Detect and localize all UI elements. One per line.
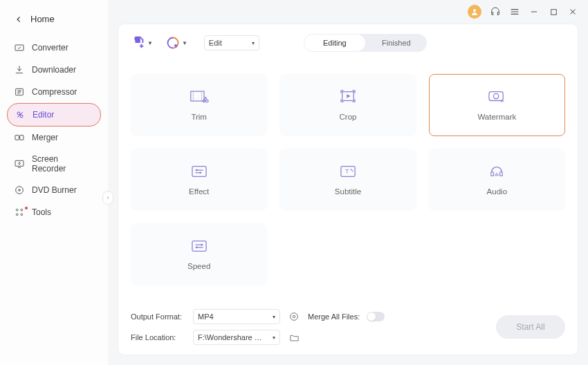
sidebar-item-label: Compressor	[32, 87, 77, 97]
svg-point-34	[291, 313, 298, 321]
start-all-label: Start All	[516, 322, 544, 332]
svg-rect-16	[135, 37, 140, 43]
sidebar-item-label: Editor	[33, 110, 54, 120]
output-settings-icon[interactable]	[287, 310, 301, 324]
chevron-down-icon: ▼	[182, 40, 187, 46]
tile-label: Trim	[191, 113, 207, 121]
svg-rect-6	[15, 160, 24, 166]
sidebar-item-compressor[interactable]: Compressor	[7, 81, 101, 103]
sidebar-item-converter[interactable]: Converter	[7, 37, 101, 59]
edit-mode-select[interactable]: Edit ▾	[204, 35, 259, 50]
tile-label: Crop	[340, 113, 357, 121]
output-format-select[interactable]: MP4 ▾	[193, 309, 280, 324]
sidebar-item-tools[interactable]: Tools	[7, 201, 101, 223]
file-location-row: File Location: F:\Wondershare UniConvert…	[131, 330, 485, 345]
svg-point-33	[196, 246, 198, 248]
output-format-row: Output Format: MP4 ▾ Merge All Files:	[131, 309, 485, 324]
crop-icon	[338, 89, 358, 104]
file-location-select[interactable]: F:\Wondershare UniConverter 1 ▾	[193, 330, 280, 345]
footer: Output Format: MP4 ▾ Merge All Files: St…	[118, 302, 578, 355]
trim-icon	[190, 89, 209, 104]
edit-mode-value: Edit	[209, 39, 222, 47]
add-url-button[interactable]: ▼	[165, 35, 187, 50]
chevron-down-icon: ▾	[273, 314, 275, 320]
hamburger-menu-icon[interactable]	[509, 6, 520, 17]
chevron-down-icon: ▼	[147, 40, 153, 46]
svg-text:T: T	[345, 169, 349, 175]
svg-point-12	[16, 214, 18, 216]
content-card: ▼ ▼ Edit ▾ Editing Finished	[118, 24, 578, 355]
sidebar-item-downloader[interactable]: Downloader	[7, 59, 101, 81]
window-close-icon[interactable]	[567, 6, 578, 17]
merge-files-row: Merge All Files:	[308, 312, 385, 321]
toolbar: ▼ ▼ Edit ▾ Editing Finished	[118, 24, 578, 59]
sidebar-title: Home	[30, 14, 55, 24]
watermark-icon	[487, 89, 506, 104]
tile-effect[interactable]: Effect	[131, 149, 267, 211]
svg-rect-22	[489, 92, 503, 101]
svg-point-14	[473, 9, 476, 12]
svg-point-7	[19, 162, 21, 165]
sidebar: Home Converter Downloader Compressor Edi…	[0, 0, 108, 365]
tile-watermark[interactable]: Watermark	[429, 74, 565, 136]
seg-finished[interactable]: Finished	[366, 34, 427, 52]
svg-point-13	[21, 214, 23, 216]
merger-icon	[14, 132, 25, 143]
svg-point-23	[494, 93, 499, 98]
start-all-button[interactable]: Start All	[496, 315, 565, 339]
svg-rect-29	[491, 172, 494, 176]
tile-crop[interactable]: Crop	[279, 74, 416, 136]
output-format-value: MP4	[198, 312, 214, 321]
sidebar-item-label: Merger	[32, 133, 58, 142]
svg-rect-24	[192, 167, 206, 177]
sidebar-item-label: Converter	[32, 43, 68, 53]
sidebar-item-merger[interactable]: Merger	[7, 127, 101, 149]
converter-icon	[14, 42, 25, 53]
tile-label: Effect	[189, 187, 209, 196]
window-minimize-icon[interactable]	[529, 6, 540, 17]
merge-files-toggle[interactable]	[367, 312, 385, 321]
svg-rect-15	[551, 9, 556, 15]
tile-subtitle[interactable]: T Subtitle	[279, 149, 416, 211]
subtitle-icon: T	[338, 164, 358, 179]
sidebar-item-editor[interactable]: Editor	[7, 103, 101, 127]
sidebar-header: Home	[0, 7, 108, 37]
svg-point-26	[199, 171, 201, 174]
screen-recorder-icon	[14, 158, 25, 169]
chevron-down-icon: ▾	[273, 335, 275, 341]
sidebar-list: Converter Downloader Compressor Editor M…	[0, 37, 108, 223]
add-file-button[interactable]: ▼	[131, 35, 153, 50]
user-avatar-icon[interactable]	[468, 5, 481, 19]
tile-audio[interactable]: Audio	[429, 149, 565, 211]
file-plus-icon	[131, 35, 146, 50]
titlebar	[108, 0, 588, 24]
speed-icon	[190, 238, 209, 254]
open-folder-icon[interactable]	[287, 330, 301, 344]
sidebar-item-label: DVD Burner	[32, 185, 77, 195]
sidebar-item-screen-recorder[interactable]: Screen Recorder	[7, 149, 101, 179]
svg-point-35	[293, 315, 295, 317]
tile-trim[interactable]: Trim	[131, 74, 267, 136]
audio-icon	[487, 164, 506, 179]
merge-files-label: Merge All Files:	[308, 312, 360, 321]
svg-rect-31	[192, 241, 206, 252]
notification-dot-icon	[25, 207, 28, 209]
tile-label: Subtitle	[335, 187, 361, 196]
editor-icon	[15, 109, 26, 120]
main-area: ▼ ▼ Edit ▾ Editing Finished	[108, 0, 588, 365]
back-icon[interactable]	[14, 15, 24, 24]
chevron-down-icon: ▾	[252, 40, 255, 46]
svg-rect-30	[500, 172, 503, 176]
file-location-label: File Location:	[131, 333, 186, 341]
window-maximize-icon[interactable]	[548, 6, 559, 17]
collapse-sidebar-handle[interactable]	[102, 191, 113, 205]
tile-label: Audio	[487, 187, 507, 196]
svg-point-8	[16, 187, 24, 194]
tile-speed[interactable]: Speed	[131, 223, 267, 286]
svg-point-25	[196, 169, 198, 171]
status-segmented-control: Editing Finished	[304, 34, 427, 52]
sidebar-item-dvd-burner[interactable]: DVD Burner	[7, 179, 101, 201]
svg-point-3	[20, 115, 23, 118]
seg-editing[interactable]: Editing	[304, 35, 365, 51]
headset-support-icon[interactable]	[490, 6, 501, 17]
